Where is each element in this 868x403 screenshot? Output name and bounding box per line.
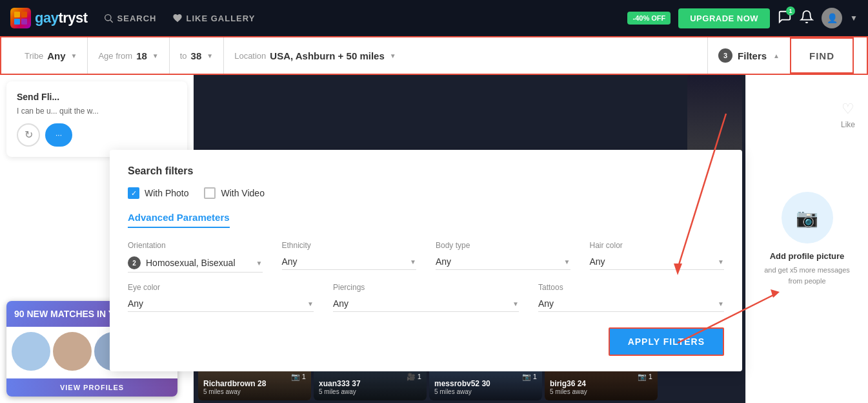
logo-icon <box>10 8 31 28</box>
params-grid-1: Orientation 2 Homosexual, Bisexual ▼ Eth… <box>128 241 724 273</box>
hair-color-param: Hair color Any ▼ <box>590 241 725 273</box>
card-info-3: messrobv52 30 5 miles away <box>434 379 490 395</box>
piercings-value: Any <box>333 298 348 309</box>
action-buttons: ↻ ··· <box>17 123 177 147</box>
card-dist-1: 5 miles away <box>203 388 266 395</box>
like-button[interactable]: ♡ Like <box>841 101 855 129</box>
hair-color-select[interactable]: Any ▼ <box>590 254 725 270</box>
tribe-value: Any <box>47 50 65 61</box>
orientation-label: Orientation <box>128 241 263 250</box>
nav-like-gallery[interactable]: LIKE GALLERY <box>172 13 256 23</box>
card-dist-2: 5 miles away <box>319 388 361 395</box>
send-flirt-title: Send Fli... <box>17 92 177 102</box>
svg-line-5 <box>110 20 113 23</box>
eye-color-value: Any <box>128 298 143 309</box>
tribe-filter[interactable]: Tribe Any ▼ <box>14 37 88 74</box>
add-photo-circle: 📷 <box>782 192 833 243</box>
age-to-label: to <box>180 51 187 61</box>
card-info-1: Richardbrown 28 5 miles away <box>203 379 266 395</box>
age-from-value: 18 <box>136 50 147 61</box>
card-name-2: xuan333 37 <box>319 379 361 388</box>
hair-color-arrow: ▼ <box>718 258 724 265</box>
with-photo-label: With Photo <box>145 188 188 198</box>
with-video-checkbox[interactable]: With Video <box>204 187 264 199</box>
card-name-1: Richardbrown 28 <box>203 379 266 388</box>
card-dist-4: 5 miles away <box>550 388 587 395</box>
location-value: USA, Ashburn + 50 miles <box>270 50 384 61</box>
eye-color-param: Eye color Any ▼ <box>128 283 314 312</box>
tattoos-label: Tattoos <box>538 283 724 292</box>
send-flirt-text: I can be u... quit the w... <box>17 106 177 117</box>
search-filters-dropdown: Search filters ✓ With Photo With Video A… <box>110 150 742 371</box>
piercings-arrow: ▼ <box>512 300 519 307</box>
card-info-4: birig36 24 5 miles away <box>550 379 587 395</box>
search-filters-title: Search filters <box>128 165 724 177</box>
body-type-value: Any <box>436 256 451 267</box>
ethnicity-select[interactable]: Any ▼ <box>282 254 417 270</box>
with-photo-box: ✓ <box>128 187 139 199</box>
card-photo-count-3: 📷 1 <box>522 373 537 381</box>
flirt-action-button[interactable]: ··· <box>45 123 72 147</box>
location-label: Location <box>234 51 266 61</box>
right-panel: ♡ Like 📷 Add profile picture and get x5 … <box>745 75 868 403</box>
match-photo-2 <box>53 332 92 371</box>
upgrade-button[interactable]: UPGRADE NOW <box>678 8 770 28</box>
card-photo-count-1: 📷 1 <box>291 373 306 381</box>
like-label: Like <box>841 120 855 129</box>
nav-search[interactable]: SEARCH <box>103 13 157 23</box>
find-button[interactable]: FIND <box>790 37 854 74</box>
card-info-2: xuan333 37 5 miles away <box>319 379 361 395</box>
age-to-value: 38 <box>191 50 202 61</box>
send-flirt-card: Send Fli... I can be u... quit the w... … <box>6 81 187 157</box>
card-dist-3: 5 miles away <box>434 388 490 395</box>
match-photo-1 <box>12 332 50 371</box>
hair-color-value: Any <box>590 256 605 267</box>
avatar-arrow[interactable]: ▼ <box>850 14 858 23</box>
orientation-count: 2 <box>128 256 141 269</box>
messages-icon[interactable]: 1 <box>778 10 792 27</box>
orientation-value: Homosexual, Bisexual <box>146 258 236 268</box>
checkbox-row: ✓ With Photo With Video <box>128 187 724 199</box>
logo[interactable]: gaytryst <box>10 8 88 28</box>
tribe-arrow: ▼ <box>70 52 77 59</box>
notifications-icon[interactable] <box>800 10 814 27</box>
filters-count-group[interactable]: 3 Filters ▲ <box>708 48 790 63</box>
orientation-arrow: ▼ <box>256 260 263 267</box>
ethnicity-label: Ethnicity <box>282 241 417 250</box>
camera-icon: 📷 <box>796 207 818 229</box>
tattoos-select[interactable]: Any ▼ <box>538 296 724 312</box>
view-profiles-button[interactable]: VIEW PROFILES <box>6 378 177 397</box>
age-to-filter[interactable]: to 38 ▼ <box>170 37 224 74</box>
svg-rect-0 <box>14 12 20 17</box>
piercings-param: Piercings Any ▼ <box>333 283 519 312</box>
piercings-label: Piercings <box>333 283 519 292</box>
orientation-param: Orientation 2 Homosexual, Bisexual ▼ <box>128 241 263 273</box>
eye-color-select[interactable]: Any ▼ <box>128 296 314 312</box>
nav-like-gallery-label: LIKE GALLERY <box>187 14 256 23</box>
age-from-filter[interactable]: Age from 18 ▼ <box>88 37 169 74</box>
add-photo-text: and get x5 more messages from people <box>759 265 855 286</box>
body-type-select[interactable]: Any ▼ <box>436 254 570 270</box>
with-photo-checkbox[interactable]: ✓ With Photo <box>128 187 188 199</box>
tattoos-param: Tattoos Any ▼ <box>538 283 724 312</box>
eye-color-label: Eye color <box>128 283 314 292</box>
ethnicity-value: Any <box>282 256 298 267</box>
body-type-arrow: ▼ <box>564 258 570 265</box>
ethnicity-arrow: ▼ <box>410 258 416 265</box>
main-content: Send Fli... I can be u... quit the w... … <box>0 75 868 403</box>
orientation-select[interactable]: 2 Homosexual, Bisexual ▼ <box>128 254 263 273</box>
svg-rect-3 <box>21 19 27 25</box>
apply-filters-button[interactable]: APPLY FILTERS <box>609 327 724 356</box>
discount-badge: -40% OFF <box>627 12 671 25</box>
piercings-select[interactable]: Any ▼ <box>333 296 519 312</box>
refresh-button[interactable]: ↻ <box>17 123 40 147</box>
age-from-label: Age from <box>98 51 132 61</box>
location-arrow: ▼ <box>390 52 396 59</box>
nav-search-label: SEARCH <box>117 14 157 23</box>
user-avatar[interactable]: 👤 <box>822 8 842 28</box>
location-filter[interactable]: Location USA, Ashburn + 50 miles ▼ <box>224 37 708 74</box>
card-video-icon-2: 🎥 1 <box>407 373 421 381</box>
filter-bar: Tribe Any ▼ Age from 18 ▼ to 38 ▼ Locati… <box>0 36 868 75</box>
logo-text: gaytryst <box>35 10 88 26</box>
age-from-arrow: ▼ <box>152 52 159 59</box>
